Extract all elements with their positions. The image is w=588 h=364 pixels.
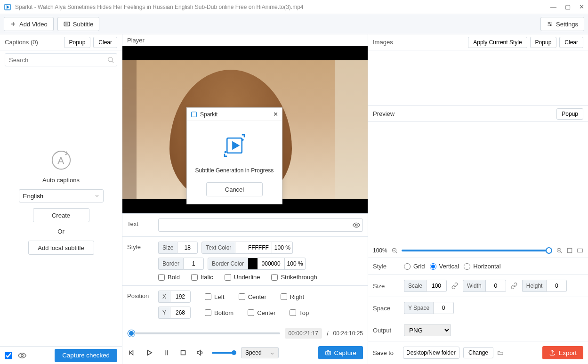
capture-checked-button[interactable]: Capture checked — [55, 349, 117, 362]
zoom-out-icon[interactable] — [391, 247, 398, 254]
border-color-hex-input[interactable] — [258, 258, 285, 270]
create-button[interactable]: Create — [33, 208, 89, 222]
captions-panel: Captions (0) Popup Clear A Auto captions… — [0, 34, 122, 364]
eye-icon[interactable] — [18, 351, 26, 360]
svg-point-20 — [355, 224, 357, 226]
text-label: Text — [127, 218, 153, 232]
underline-checkbox[interactable] — [225, 274, 231, 281]
captions-clear-button[interactable]: Clear — [93, 37, 117, 48]
bold-checkbox[interactable] — [158, 274, 165, 281]
modal-title: Sparkit — [200, 111, 273, 118]
captions-popup-button[interactable]: Popup — [64, 37, 91, 48]
italic-checkbox[interactable] — [191, 274, 198, 281]
auto-captions-label: Auto captions — [42, 177, 80, 184]
strikethrough-checkbox[interactable] — [271, 274, 278, 281]
app-icon — [191, 111, 197, 118]
fit-icon[interactable] — [566, 247, 573, 254]
add-local-subtitle-button[interactable]: Add local subtitle — [28, 241, 94, 255]
images-clear-button[interactable]: Clear — [559, 37, 583, 48]
select-all-checkbox[interactable] — [5, 352, 12, 359]
cc-icon: CC — [64, 21, 70, 27]
bottom-checkbox[interactable] — [205, 309, 211, 316]
border-color-opacity-input[interactable] — [285, 258, 306, 270]
svg-point-14 — [21, 354, 24, 356]
output-format-select[interactable]: PNG — [404, 324, 451, 336]
volume-slider[interactable] — [212, 352, 234, 354]
pause-button[interactable] — [161, 348, 171, 358]
svg-text:CC: CC — [65, 23, 68, 25]
right-checkbox[interactable] — [281, 293, 287, 300]
left-checkbox[interactable] — [205, 293, 211, 300]
minimize-button[interactable]: — — [550, 3, 556, 10]
horizontal-radio[interactable] — [464, 263, 470, 270]
export-button[interactable]: Export — [542, 346, 583, 359]
grid-radio[interactable] — [404, 263, 411, 270]
capture-button[interactable]: Capture — [318, 346, 363, 359]
svg-rect-38 — [578, 249, 583, 252]
titlebar: Sparkit - Watch Alya Sometimes Hides Her… — [0, 0, 588, 14]
size-label: Size — [158, 242, 177, 254]
svg-marker-23 — [147, 350, 152, 356]
zoom-in-icon[interactable] — [556, 247, 563, 254]
fullscreen-icon[interactable] — [577, 247, 583, 254]
folder-icon[interactable] — [497, 349, 504, 356]
seek-slider[interactable] — [127, 332, 280, 334]
or-label: Or — [57, 228, 64, 235]
border-input[interactable] — [183, 258, 204, 270]
apply-style-button[interactable]: Apply Current Style — [468, 37, 527, 48]
svg-line-32 — [395, 251, 397, 253]
svg-point-10 — [108, 57, 113, 62]
modal-close-button[interactable]: ✕ — [273, 111, 278, 118]
size-input[interactable] — [177, 242, 198, 254]
position-label: Position — [127, 291, 153, 319]
settings-button[interactable]: Settings — [540, 17, 584, 31]
zoom-slider[interactable] — [402, 250, 552, 251]
width-input[interactable] — [485, 280, 506, 292]
caption-text-input[interactable] — [158, 218, 363, 232]
height-input[interactable] — [546, 280, 567, 292]
app-icon — [4, 3, 11, 11]
top-checkbox[interactable] — [290, 309, 296, 316]
text-color-label: Text Color — [201, 242, 235, 254]
center-h-checkbox[interactable] — [239, 293, 245, 300]
link-icon[interactable] — [451, 283, 458, 289]
zoom-value: 100% — [373, 247, 387, 254]
text-color-swatch[interactable] — [235, 242, 245, 254]
change-folder-button[interactable]: Change — [463, 347, 493, 358]
subtitle-button[interactable]: CC Subtitle — [57, 17, 99, 31]
svg-marker-27 — [197, 350, 201, 356]
border-color-swatch[interactable] — [248, 258, 258, 270]
auto-caption-icon: A — [50, 149, 72, 171]
scale-input[interactable] — [426, 280, 447, 292]
vertical-radio[interactable] — [430, 263, 436, 270]
search-input[interactable] — [5, 53, 117, 66]
speed-select[interactable]: Speed — [241, 347, 279, 358]
yspace-input[interactable] — [433, 302, 454, 314]
style-label: Style — [373, 263, 399, 270]
close-button[interactable]: ✕ — [579, 3, 584, 10]
volume-icon[interactable] — [195, 348, 205, 358]
border-label: Border — [158, 258, 183, 270]
svg-marker-17 — [233, 142, 239, 149]
language-select[interactable]: English — [19, 189, 104, 202]
prev-frame-button[interactable] — [127, 348, 137, 358]
save-path-input[interactable] — [403, 347, 459, 359]
eye-icon[interactable] — [353, 221, 360, 229]
preview-popup-button[interactable]: Popup — [556, 108, 583, 120]
crop-icon — [221, 132, 248, 159]
play-button[interactable] — [144, 348, 154, 358]
add-video-button[interactable]: Add Video — [4, 17, 54, 31]
modal-cancel-button[interactable]: Cancel — [206, 182, 263, 196]
y-label: Y — [158, 307, 170, 319]
text-color-hex-input[interactable] — [245, 242, 272, 254]
y-input[interactable] — [170, 307, 191, 319]
progress-modal: Sparkit ✕ Subtitle Generation in Progres… — [186, 107, 282, 204]
text-color-opacity-input[interactable] — [272, 242, 293, 254]
svg-point-19 — [225, 152, 226, 153]
link-icon[interactable] — [511, 283, 517, 289]
stop-button[interactable] — [178, 348, 188, 358]
center-v-checkbox[interactable] — [248, 309, 254, 316]
maximize-button[interactable]: ▢ — [565, 3, 571, 10]
x-input[interactable] — [170, 291, 191, 303]
images-popup-button[interactable]: Popup — [530, 37, 557, 48]
